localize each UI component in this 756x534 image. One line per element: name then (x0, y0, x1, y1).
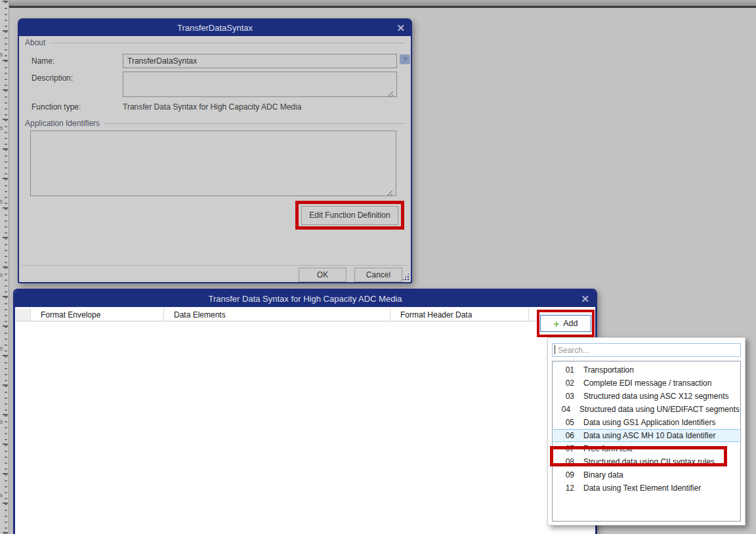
syntax-list: 01Transportation 02Complete EDI message … (552, 361, 741, 522)
annotation-highlight-item-06 (550, 446, 727, 466)
application-identifiers-group-header: Application Identifiers (25, 119, 406, 128)
add-button-label: Add (563, 319, 578, 328)
item-code: 05 (560, 418, 574, 427)
text-caret (555, 345, 555, 354)
ruler-label: 5 (0, 126, 5, 131)
item-code: 01 (560, 365, 574, 375)
dialog-titlebar[interactable]: TransferDataSyntax ✕ (19, 20, 411, 36)
header-cell-spacer (529, 308, 537, 321)
name-label: Name: (32, 56, 54, 66)
add-button[interactable]: + Add (540, 315, 591, 332)
description-label: Description: (32, 73, 73, 83)
plus-icon: + (553, 319, 559, 329)
annotation-highlight-add-button: + Add (537, 310, 595, 337)
transfer-data-syntax-dialog: TransferDataSyntax ✕ About Name: ? Descr… (18, 18, 412, 283)
close-icon[interactable]: ✕ (396, 22, 405, 32)
ruler-label: 5 (0, 273, 5, 277)
list-item-04[interactable]: 04Structured data using UN/EDIFACT segme… (553, 403, 740, 416)
table-header-row: Format Envelope Data Elements Format Hea… (16, 308, 537, 321)
group-divider (104, 123, 406, 124)
search-input[interactable] (552, 343, 741, 357)
window-top-edge (9, 0, 756, 8)
dialog-titlebar[interactable]: Transfer Data Syntax for High Capacity A… (15, 291, 595, 307)
about-group-header: About (25, 38, 406, 47)
function-type-label: Function type: (32, 102, 81, 112)
header-cell-format-header-data[interactable]: Format Header Data (390, 308, 529, 321)
list-item-05[interactable]: 05Data using GS1 Application Identifiers (553, 416, 740, 429)
cancel-button[interactable]: Cancel (354, 268, 402, 282)
help-icon-glyph: ? (403, 56, 408, 64)
help-tooltip-icon[interactable]: ? (400, 54, 410, 64)
list-item-03[interactable]: 03Structured data using ASC X12 segments (553, 390, 740, 403)
item-label: Data using ASC MH 10 Data Identifier (583, 431, 715, 440)
high-capacity-adc-media-dialog: Transfer Data Syntax for High Capacity A… (13, 289, 597, 534)
item-code: 02 (560, 379, 574, 388)
ok-button[interactable]: OK (299, 268, 346, 282)
item-label: Transportation (583, 365, 634, 375)
ruler-major-ticks (3, 1, 8, 534)
search-field-wrap (552, 343, 741, 357)
ruler-label: 5 (0, 52, 5, 57)
header-cell-empty[interactable] (16, 308, 31, 321)
ruler-label: 5 (0, 493, 5, 498)
item-label: Structured data using UN/EDIFACT segment… (579, 405, 740, 414)
dialog-body: About Name: ? Description: Function type… (19, 36, 411, 282)
list-item-12[interactable]: 12Data using Text Element Identifier (553, 482, 740, 495)
item-code: 09 (560, 470, 574, 480)
item-label: Complete EDI message / transaction (583, 379, 711, 388)
function-type-value: Transfer Data Syntax for High Capacity A… (123, 102, 301, 112)
dialog-body: Format Envelope Data Elements Format Hea… (15, 307, 595, 534)
application-identifiers-label: Application Identifiers (25, 119, 100, 128)
annotation-highlight-edit-button: Edit Function Definition (295, 201, 404, 230)
vertical-ruler: 5 5 5 5 5 5 5 (0, 0, 9, 534)
add-item-dropdown: 01Transportation 02Complete EDI message … (547, 337, 746, 525)
list-item-01[interactable]: 01Transportation (553, 363, 740, 377)
item-label: Structured data using ASC X12 segments (583, 392, 728, 401)
footer-divider (21, 265, 409, 266)
item-code: 03 (560, 392, 574, 401)
header-cell-data-elements[interactable]: Data Elements (164, 308, 390, 321)
ruler-label: 5 (0, 199, 5, 204)
item-code: 06 (560, 431, 574, 440)
dialog-title: Transfer Data Syntax for High Capacity A… (208, 294, 402, 304)
item-label: Binary data (583, 470, 623, 480)
application-identifiers-input[interactable] (30, 131, 396, 196)
edit-function-definition-button[interactable]: Edit Function Definition (301, 206, 398, 225)
item-label: Data using Text Element Identifier (583, 483, 701, 493)
list-item-06-selected[interactable]: 06Data using ASC MH 10 Data Identifier (553, 429, 740, 442)
item-code: 04 (560, 405, 570, 414)
list-item-09[interactable]: 09Binary data (553, 468, 740, 482)
close-icon[interactable]: ✕ (581, 293, 589, 303)
item-code: 12 (560, 483, 574, 493)
about-group-label: About (25, 38, 45, 47)
dialog-title: TransferDataSyntax (177, 23, 253, 33)
header-cell-format-envelope[interactable]: Format Envelope (31, 308, 164, 321)
name-input[interactable] (123, 54, 397, 68)
ruler-label: 5 (0, 346, 5, 351)
description-input[interactable] (123, 72, 397, 97)
list-item-02[interactable]: 02Complete EDI message / transaction (553, 377, 740, 390)
ruler-label: 5 (0, 420, 5, 424)
group-divider (50, 43, 406, 43)
dialog-resize-grip[interactable] (402, 273, 410, 281)
item-label: Data using GS1 Application Identifiers (583, 418, 715, 427)
